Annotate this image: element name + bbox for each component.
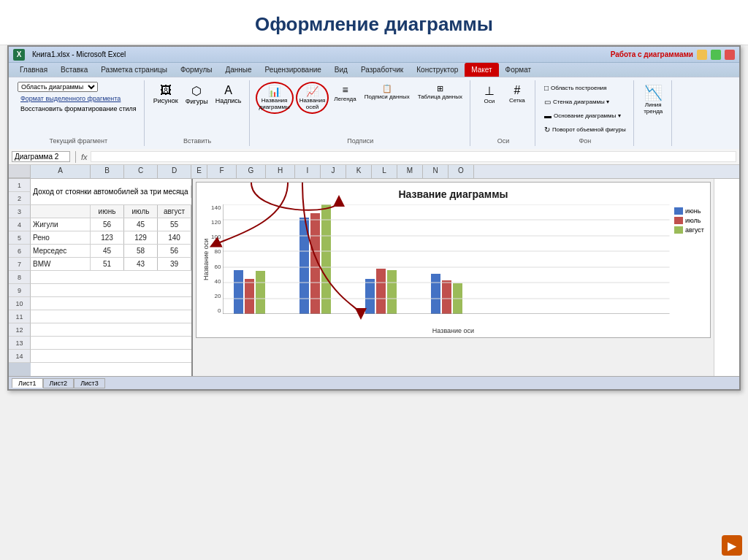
x-axis-title: Название оси: [202, 327, 704, 334]
legend-label-aug: август: [685, 226, 704, 234]
chart-box: Название диаграммы Название оси 0 20 40: [196, 182, 711, 338]
tab-format[interactable]: Формат: [499, 63, 538, 77]
povorot-btn[interactable]: ↻ Поворот объемной фигуры: [541, 123, 629, 136]
axes-icon: ⊥: [484, 84, 495, 98]
col-I: I: [295, 165, 321, 178]
podpisi-dannih-btn[interactable]: 📋 Подписи данных: [362, 82, 413, 114]
rn-10: 10: [9, 297, 31, 310]
legenda-btn[interactable]: ≡ Легенда: [331, 82, 359, 114]
cell-3a[interactable]: Жигули: [31, 218, 91, 231]
chart-body: Название оси 0 20 40 60 80 100 120: [202, 204, 704, 317]
page-title: Оформление диаграммы: [0, 13, 748, 36]
bars-svg: Жигули Рено Мерседесы BMW: [223, 204, 530, 314]
nadpis-btn[interactable]: A Надпись: [213, 82, 245, 107]
left-table-area: Доход от стоянки автомобилей за три меся…: [31, 179, 193, 376]
tab-formuly[interactable]: Формулы: [174, 63, 219, 77]
tab-razmetka[interactable]: Разметка страницы: [94, 63, 174, 77]
chart-container: Название диаграммы Название оси 0 20 40: [193, 179, 714, 376]
tab-razrab[interactable]: Разработчик: [354, 63, 410, 77]
tab-vstavka[interactable]: Вставка: [54, 63, 94, 77]
tab-dannie[interactable]: Данные: [218, 63, 258, 77]
oblast-postr-btn[interactable]: □ Область построения: [541, 82, 629, 94]
chart-legend: июнь июль август: [674, 204, 704, 234]
legend-color-jun: [674, 207, 683, 215]
sheet-tab-3[interactable]: Лист3: [74, 378, 105, 388]
tab-makyet[interactable]: Макет: [465, 63, 498, 77]
legend-item-jul: июль: [674, 217, 704, 224]
restore-style-btn[interactable]: Восстановить форматирование стиля: [18, 104, 140, 114]
rn-6: 6: [9, 245, 31, 258]
row-11: [31, 323, 191, 337]
cell-5b[interactable]: 45: [91, 245, 124, 257]
osnovanie-btn[interactable]: ▬ Основание диаграммы ▾: [541, 110, 629, 122]
maximize-btn[interactable]: [711, 50, 721, 60]
ribbon-tabs: Главная Вставка Разметка страницы Формул…: [9, 63, 739, 77]
cell-3d[interactable]: 55: [158, 218, 191, 231]
cell-6c[interactable]: 43: [124, 258, 158, 270]
legend-label-jun: июнь: [685, 207, 701, 215]
floor-icon: ▬: [544, 112, 552, 120]
formula-input[interactable]: [91, 151, 736, 162]
figury-btn[interactable]: ⬡ Фигуры: [183, 82, 211, 107]
close-btn[interactable]: [725, 50, 735, 60]
plot-area-icon: □: [544, 84, 549, 92]
cell-5d[interactable]: 56: [158, 245, 191, 257]
cell-2c[interactable]: июль: [124, 205, 158, 218]
tab-konstruktor[interactable]: Конструктор: [410, 63, 465, 77]
wall-icon: ▭: [544, 98, 551, 106]
cell-2b[interactable]: июнь: [91, 205, 124, 218]
stenka-btn[interactable]: ▭ Стенка диаграммы ▾: [541, 96, 629, 108]
slide-nav-next[interactable]: ▶: [722, 535, 742, 556]
tabl-dannih-btn[interactable]: ⊞ Таблица данных: [415, 82, 465, 114]
col-L: L: [372, 165, 397, 178]
rn-14: 14: [9, 350, 31, 363]
row-14: [31, 363, 191, 376]
cell-4a[interactable]: Рено: [31, 231, 91, 244]
cell-5a[interactable]: Мерседес: [31, 245, 91, 257]
name-box[interactable]: [12, 151, 70, 162]
cell-6d[interactable]: 39: [158, 258, 191, 270]
legend-icon: ≡: [342, 84, 348, 96]
trend-btn[interactable]: 📉 Линиятренда: [640, 82, 666, 117]
sheet-tab-2[interactable]: Лист2: [43, 378, 75, 388]
col-C: C: [124, 165, 158, 178]
row-2: июнь июль август: [31, 205, 191, 218]
legend-item-aug: август: [674, 226, 704, 234]
cell-5c[interactable]: 58: [124, 245, 158, 257]
data-labels-icon: 📋: [382, 84, 392, 93]
cell-3c[interactable]: 45: [124, 218, 158, 231]
rn-4: 4: [9, 218, 31, 231]
group-podpisi-label: Подписи: [347, 136, 373, 145]
cell-4b[interactable]: 123: [91, 231, 124, 244]
format-frag-btn[interactable]: Формат выделенного фрагмента: [18, 93, 140, 104]
area-select[interactable]: Область диаграммы: [18, 82, 98, 92]
col-G: G: [237, 165, 266, 178]
risunok-btn[interactable]: 🖼 Рисунок: [150, 82, 181, 107]
cell-6b[interactable]: 51: [91, 258, 124, 270]
legend-item-jun: июнь: [674, 207, 704, 215]
cell-2d[interactable]: август: [158, 205, 191, 218]
grid-icon: #: [514, 84, 520, 97]
row-6: BMW 51 43 39: [31, 258, 191, 271]
sheet-area: A B C D E F G H I J K L M N O: [9, 165, 739, 376]
nazv-osei-btn[interactable]: 📈 Названияосей: [296, 82, 329, 114]
osi-btn[interactable]: ⊥ Оси: [476, 82, 503, 107]
minimize-btn[interactable]: [697, 50, 707, 60]
cell-4d[interactable]: 140: [158, 231, 191, 244]
ribbon-content: Область диаграммы Формат выделенного фра…: [9, 77, 739, 149]
cell-4c[interactable]: 129: [124, 231, 158, 244]
col-H: H: [266, 165, 295, 178]
col-N: N: [423, 165, 449, 178]
bar-bmw-aug: [453, 283, 462, 314]
nazv-diagrammy-btn[interactable]: 📊 Названиядиаграммы: [256, 82, 294, 114]
tab-vid[interactable]: Вид: [328, 63, 354, 77]
ribbon-group-podpisi: 📊 Названиядиаграммы 📈 Названияосей ≡ Лег…: [251, 80, 470, 146]
tab-recenz[interactable]: Рецензирование: [259, 63, 328, 77]
cell-6a[interactable]: BMW: [31, 258, 91, 270]
sheet-tab-1[interactable]: Лист1: [12, 378, 43, 388]
cell-2a[interactable]: [31, 205, 91, 218]
bar-reno-jun: [299, 218, 309, 314]
cell-3b[interactable]: 56: [91, 218, 124, 231]
tab-glavnaya[interactable]: Главная: [13, 63, 54, 77]
setka-btn[interactable]: # Сетка: [504, 82, 530, 107]
